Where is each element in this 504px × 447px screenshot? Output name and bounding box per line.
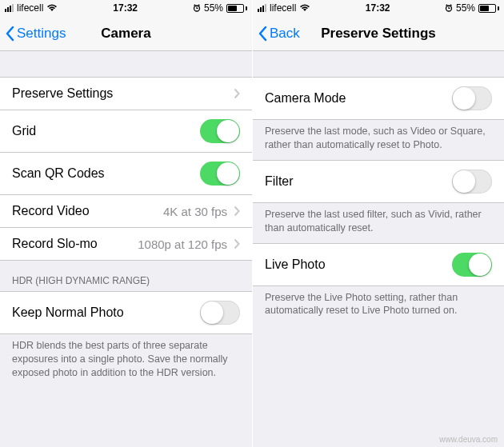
chevron-left-icon [5, 26, 14, 42]
signal-icon [258, 4, 266, 12]
wifi-icon [299, 4, 310, 12]
carrier-label: lifecell [270, 2, 296, 14]
chevron-left-icon [258, 26, 267, 42]
section-footer-live-photo: Preserve the Live Photo setting, rather … [253, 286, 504, 326]
cell-label: Filter [265, 174, 452, 189]
cell-label: Live Photo [265, 257, 452, 272]
row-keep-normal-photo: Keep Normal Photo [0, 291, 252, 334]
cell-value: 1080p at 120 fps [138, 237, 227, 251]
chevron-right-icon [234, 88, 240, 99]
row-preserve-settings[interactable]: Preserve Settings [0, 77, 252, 110]
back-label: Settings [17, 26, 66, 42]
section-header-hdr: HDR (HIGH DYNAMIC RANGE) [0, 261, 252, 291]
clock: 17:32 [366, 2, 390, 14]
cell-label: Record Video [12, 204, 163, 218]
screen-preserve-settings: lifecell 17:32 55% Back Preserve Setting… [252, 0, 504, 447]
section-footer-hdr: HDR blends the best parts of three separ… [0, 334, 252, 388]
battery-percent: 55% [456, 2, 475, 14]
cell-label: Keep Normal Photo [12, 305, 200, 320]
toggle-live-photo[interactable] [452, 253, 492, 277]
cell-label: Record Slo-mo [12, 237, 138, 251]
nav-bar: Back Preserve Settings [253, 16, 504, 51]
toggle-qr-codes[interactable] [200, 162, 240, 186]
back-button[interactable]: Back [253, 26, 305, 42]
row-scan-qr-codes: Scan QR Codes [0, 153, 252, 195]
clock: 17:32 [113, 2, 138, 14]
row-grid: Grid [0, 110, 252, 153]
toggle-keep-normal-photo[interactable] [200, 301, 240, 325]
row-live-photo: Live Photo [253, 243, 504, 286]
carrier-label: lifecell [17, 2, 43, 14]
watermark: www.deuva.com [439, 435, 498, 444]
row-record-video[interactable]: Record Video 4K at 30 fps [0, 195, 252, 228]
alarm-icon [193, 4, 201, 12]
battery-icon [226, 4, 247, 13]
cell-label: Scan QR Codes [12, 166, 200, 181]
chevron-right-icon [234, 238, 240, 249]
cell-label: Camera Mode [265, 91, 452, 106]
wifi-icon [46, 4, 58, 12]
row-record-slomo[interactable]: Record Slo-mo 1080p at 120 fps [0, 228, 252, 261]
battery-icon [478, 4, 499, 13]
back-button[interactable]: Settings [0, 26, 70, 42]
chevron-right-icon [234, 206, 240, 217]
cell-label: Preserve Settings [12, 86, 234, 101]
nav-bar: Settings Camera [0, 16, 252, 51]
cell-label: Grid [12, 124, 200, 138]
signal-icon [5, 4, 14, 12]
screen-camera-settings: lifecell 17:32 55% Settings Camera Prese… [0, 0, 252, 447]
toggle-camera-mode[interactable] [452, 86, 492, 110]
section-footer-camera-mode: Preserve the last mode, such as Video or… [253, 120, 504, 160]
status-bar: lifecell 17:32 55% [0, 0, 252, 16]
battery-percent: 55% [204, 2, 223, 14]
cell-value: 4K at 30 fps [163, 205, 227, 218]
alarm-icon [445, 4, 453, 12]
toggle-filter[interactable] [452, 170, 492, 194]
toggle-grid[interactable] [200, 119, 240, 143]
row-camera-mode: Camera Mode [253, 77, 504, 120]
section-footer-filter: Preserve the last used filter, such as V… [253, 203, 504, 243]
back-label: Back [270, 26, 300, 42]
status-bar: lifecell 17:32 55% [253, 0, 504, 16]
row-filter: Filter [253, 160, 504, 203]
